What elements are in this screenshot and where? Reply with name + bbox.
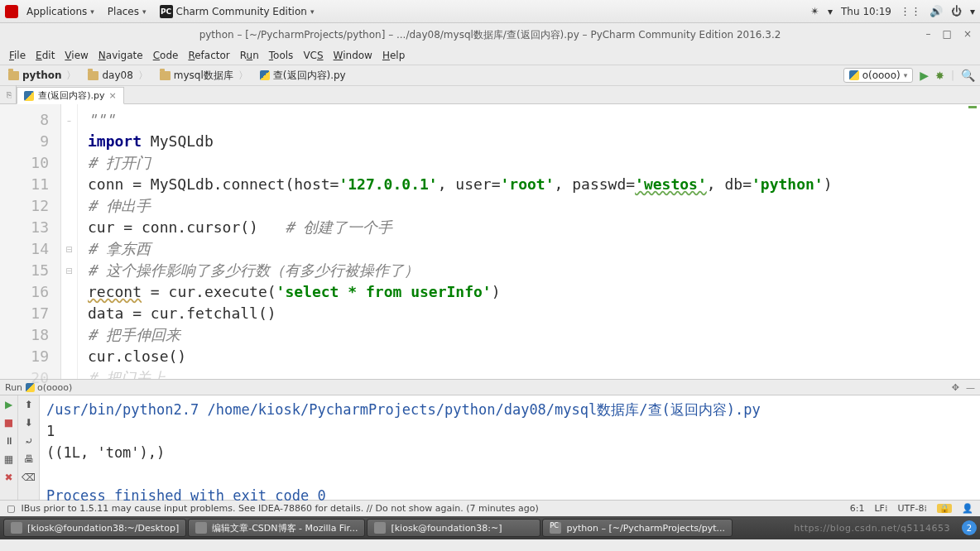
code-content[interactable]: """ import MySQLdb # 打开门 conn = MySQLdb.… bbox=[78, 104, 980, 379]
stop-icon[interactable]: ■ bbox=[4, 417, 13, 429]
menu-code[interactable]: Code bbox=[149, 48, 183, 63]
run-tool-window: ▶ ■ ⏸ ▦ ✖ ⬆ ⬇ ⤾ 🖶 ⌫ /usr/bin/python2.7 /… bbox=[0, 395, 980, 500]
places-menu[interactable]: Places▾ bbox=[103, 3, 151, 20]
python-file-icon bbox=[24, 91, 34, 101]
menu-navigate[interactable]: Navigate bbox=[94, 48, 147, 63]
menu-view[interactable]: View bbox=[60, 48, 92, 63]
run-left-toolbar-1: ▶ ■ ⏸ ▦ ✖ bbox=[0, 395, 18, 500]
navigation-bar: python〉 day08〉 mysql数据库〉 查(返回内容).py o(oo… bbox=[0, 65, 980, 86]
window-titlebar: python – [~/PycharmProjects/python] – ..… bbox=[0, 23, 980, 46]
python-file-icon bbox=[260, 70, 270, 80]
exit-icon[interactable]: ✖ bbox=[4, 472, 12, 483]
debug-button[interactable]: ✸ bbox=[935, 69, 944, 82]
applications-menu[interactable]: Applications▾ bbox=[22, 3, 99, 20]
hector-icon[interactable]: 👤 bbox=[962, 503, 973, 514]
clock[interactable]: Thu 10:19 bbox=[841, 6, 891, 17]
line-separator[interactable]: LF⁞ bbox=[874, 503, 887, 514]
menu-file[interactable]: File bbox=[5, 48, 30, 63]
folder-icon bbox=[8, 71, 19, 80]
settings-icon[interactable]: ✥ bbox=[952, 382, 959, 393]
search-everywhere-button[interactable]: 🔍 bbox=[961, 69, 975, 82]
file-encoding[interactable]: UTF-8⁞ bbox=[897, 503, 927, 514]
firefox-icon bbox=[195, 522, 207, 534]
run-button[interactable]: ▶ bbox=[920, 69, 929, 82]
print-icon[interactable]: 🖶 bbox=[24, 453, 34, 465]
activities-icon[interactable] bbox=[5, 5, 18, 18]
run-left-toolbar-2: ⬆ ⬇ ⤾ 🖶 ⌫ bbox=[18, 395, 40, 500]
layout-icon[interactable]: ▦ bbox=[4, 453, 13, 465]
crumb-file[interactable]: 查(返回内容).py bbox=[257, 69, 349, 83]
workspace-badge[interactable]: 2 bbox=[962, 520, 977, 535]
crumb-day08[interactable]: day08〉 bbox=[84, 69, 152, 83]
crumb-root[interactable]: python〉 bbox=[5, 69, 81, 83]
pause-icon[interactable]: ⏸ bbox=[4, 435, 14, 447]
accessibility-icon[interactable]: ✴ bbox=[810, 5, 819, 17]
task-terminal-2[interactable]: [kiosk@foundation38:~] bbox=[367, 519, 540, 537]
code-editor[interactable]: 891011121314151617181920 –⊟⊟ """ import … bbox=[0, 104, 980, 379]
run-console-output[interactable]: /usr/bin/python2.7 /home/kiosk/PycharmPr… bbox=[40, 395, 980, 500]
menu-run[interactable]: Run bbox=[236, 48, 263, 63]
project-tool-tab[interactable]: ⎘ bbox=[2, 85, 17, 103]
readonly-lock-icon[interactable]: 🔒 bbox=[937, 504, 952, 513]
menu-edit[interactable]: Edit bbox=[31, 48, 59, 63]
run-config-combo[interactable]: o(oooo)▾ bbox=[843, 68, 914, 83]
watermark-text: https://blog.csdn.net/q5114653 bbox=[794, 523, 955, 534]
pycharm-icon: PC bbox=[550, 522, 561, 534]
menu-window[interactable]: Window bbox=[329, 48, 377, 63]
task-firefox[interactable]: 编辑文章-CSDN博客 - Mozilla Fir... bbox=[188, 519, 365, 537]
editor-tab-label: 查(返回内容).py bbox=[38, 89, 105, 102]
close-tab-icon[interactable]: × bbox=[109, 90, 117, 101]
terminal-icon bbox=[11, 522, 22, 534]
status-message[interactable]: IBus prior to 1.5.11 may cause input pro… bbox=[21, 503, 538, 514]
down-icon[interactable]: ⬇ bbox=[24, 417, 32, 429]
crumb-mysql[interactable]: mysql数据库〉 bbox=[156, 69, 253, 83]
terminal-icon bbox=[374, 522, 386, 534]
ide-hide-icon[interactable]: ▢ bbox=[7, 503, 15, 514]
maximize-button[interactable]: □ bbox=[943, 28, 952, 40]
gnome-top-bar: Applications▾ Places▾ PCCharm Community … bbox=[0, 0, 980, 23]
folder-icon bbox=[88, 71, 98, 80]
power-icon[interactable]: ⏻ bbox=[951, 5, 962, 17]
rerun-icon[interactable]: ▶ bbox=[5, 399, 12, 410]
run-tool-header: Run o(oooo) ✥ — bbox=[0, 379, 980, 395]
python-file-icon bbox=[849, 70, 859, 80]
menu-vcs[interactable]: VCS bbox=[299, 48, 327, 63]
menu-tools[interactable]: Tools bbox=[265, 48, 298, 63]
task-pycharm[interactable]: PCpython – [~/PycharmProjects/pyt... bbox=[542, 519, 733, 537]
window-title: python – [~/PycharmProjects/python] – ..… bbox=[199, 28, 781, 42]
clear-icon[interactable]: ⌫ bbox=[22, 472, 36, 483]
editor-tabs: ⎘ 查(返回内容).py × bbox=[0, 86, 980, 104]
wifi-icon[interactable]: ⋮⋮ bbox=[900, 5, 921, 17]
wrap-icon[interactable]: ⤾ bbox=[25, 435, 33, 447]
menu-refactor[interactable]: Refactor bbox=[184, 48, 233, 63]
close-button[interactable]: × bbox=[963, 28, 972, 40]
main-menu-bar: File Edit View Navigate Code Refactor Ru… bbox=[0, 46, 980, 65]
volume-icon[interactable]: 🔊 bbox=[930, 5, 943, 17]
active-app-menu[interactable]: PCCharm Community Edition▾ bbox=[155, 2, 319, 21]
menu-help[interactable]: Help bbox=[378, 48, 409, 63]
folder-icon bbox=[160, 71, 171, 80]
gutter-line-numbers: 891011121314151617181920 bbox=[0, 104, 61, 379]
editor-tab[interactable]: 查(返回内容).py × bbox=[17, 87, 124, 104]
task-terminal-1[interactable]: [kiosk@foundation38:~/Desktop] bbox=[3, 519, 186, 537]
minimize-button[interactable]: – bbox=[926, 28, 931, 40]
caret-position[interactable]: 6:1 bbox=[850, 503, 865, 514]
os-taskbar: [kiosk@foundation38:~/Desktop] 编辑文章-CSDN… bbox=[0, 516, 980, 539]
gutter-fold: –⊟⊟ bbox=[61, 104, 78, 379]
error-stripe[interactable] bbox=[968, 106, 978, 117]
up-icon[interactable]: ⬆ bbox=[24, 399, 32, 410]
minimize-panel-icon[interactable]: — bbox=[966, 382, 975, 393]
